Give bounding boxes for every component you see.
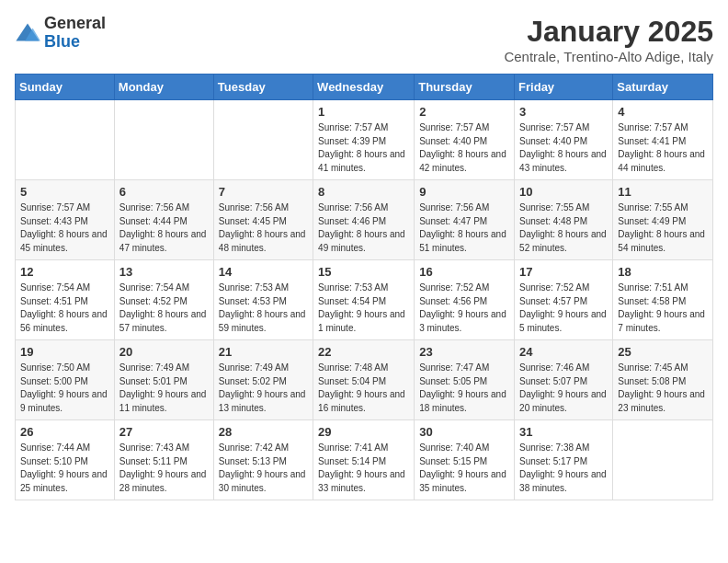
day-info: Sunrise: 7:42 AM Sunset: 5:13 PM Dayligh… — [219, 442, 308, 495]
day-number: 27 — [119, 425, 209, 439]
day-number: 23 — [419, 345, 509, 359]
calendar-cell: 14Sunrise: 7:53 AM Sunset: 4:53 PM Dayli… — [213, 260, 313, 340]
day-info: Sunrise: 7:45 AM Sunset: 5:08 PM Dayligh… — [618, 362, 708, 415]
calendar-cell: 28Sunrise: 7:42 AM Sunset: 5:13 PM Dayli… — [213, 420, 313, 500]
day-info: Sunrise: 7:55 AM Sunset: 4:49 PM Dayligh… — [618, 201, 708, 255]
logo-text: General Blue — [44, 15, 106, 52]
calendar-cell: 9Sunrise: 7:56 AM Sunset: 4:47 PM Daylig… — [415, 180, 515, 260]
day-info: Sunrise: 7:53 AM Sunset: 4:54 PM Dayligh… — [318, 282, 409, 335]
day-number: 17 — [519, 265, 608, 279]
weekday-header-row: SundayMondayTuesdayWednesdayThursdayFrid… — [16, 75, 713, 100]
day-number: 12 — [20, 265, 109, 279]
logo-icon — [15, 20, 40, 46]
day-info: Sunrise: 7:53 AM Sunset: 4:53 PM Dayligh… — [219, 282, 308, 335]
day-number: 16 — [419, 265, 509, 279]
calendar-cell: 7Sunrise: 7:56 AM Sunset: 4:45 PM Daylig… — [213, 180, 313, 260]
calendar-cell: 27Sunrise: 7:43 AM Sunset: 5:11 PM Dayli… — [114, 420, 213, 500]
calendar-week-row: 19Sunrise: 7:50 AM Sunset: 5:00 PM Dayli… — [16, 340, 713, 420]
calendar-cell — [16, 100, 115, 180]
calendar-cell: 18Sunrise: 7:51 AM Sunset: 4:58 PM Dayli… — [613, 260, 713, 340]
calendar-cell: 8Sunrise: 7:56 AM Sunset: 4:46 PM Daylig… — [313, 180, 415, 260]
day-info: Sunrise: 7:49 AM Sunset: 5:02 PM Dayligh… — [219, 362, 308, 415]
day-info: Sunrise: 7:44 AM Sunset: 5:10 PM Dayligh… — [20, 442, 109, 495]
calendar-cell: 30Sunrise: 7:40 AM Sunset: 5:15 PM Dayli… — [415, 420, 515, 500]
calendar-cell: 29Sunrise: 7:41 AM Sunset: 5:14 PM Dayli… — [313, 420, 415, 500]
day-info: Sunrise: 7:54 AM Sunset: 4:52 PM Dayligh… — [119, 282, 209, 335]
day-number: 4 — [618, 105, 708, 119]
day-info: Sunrise: 7:57 AM Sunset: 4:40 PM Dayligh… — [519, 121, 608, 175]
day-number: 1 — [318, 105, 409, 119]
day-number: 10 — [519, 185, 608, 199]
day-info: Sunrise: 7:51 AM Sunset: 4:58 PM Dayligh… — [618, 282, 708, 335]
day-number: 2 — [419, 105, 509, 119]
day-info: Sunrise: 7:48 AM Sunset: 5:04 PM Dayligh… — [318, 362, 409, 415]
day-info: Sunrise: 7:46 AM Sunset: 5:07 PM Dayligh… — [519, 362, 608, 415]
logo: General Blue — [15, 15, 106, 52]
day-number: 21 — [219, 345, 308, 359]
day-info: Sunrise: 7:56 AM Sunset: 4:45 PM Dayligh… — [219, 201, 308, 255]
day-number: 26 — [20, 425, 109, 439]
day-number: 14 — [219, 265, 308, 279]
calendar-cell: 1Sunrise: 7:57 AM Sunset: 4:39 PM Daylig… — [313, 100, 415, 180]
calendar-cell: 17Sunrise: 7:52 AM Sunset: 4:57 PM Dayli… — [515, 260, 613, 340]
day-info: Sunrise: 7:47 AM Sunset: 5:05 PM Dayligh… — [419, 362, 509, 415]
day-number: 9 — [419, 185, 509, 199]
day-info: Sunrise: 7:57 AM Sunset: 4:40 PM Dayligh… — [419, 121, 509, 175]
day-info: Sunrise: 7:50 AM Sunset: 5:00 PM Dayligh… — [20, 362, 109, 415]
calendar-week-row: 5Sunrise: 7:57 AM Sunset: 4:43 PM Daylig… — [16, 180, 713, 260]
calendar-cell: 26Sunrise: 7:44 AM Sunset: 5:10 PM Dayli… — [16, 420, 115, 500]
day-number: 28 — [219, 425, 308, 439]
day-info: Sunrise: 7:52 AM Sunset: 4:57 PM Dayligh… — [519, 282, 608, 335]
calendar-cell: 21Sunrise: 7:49 AM Sunset: 5:02 PM Dayli… — [213, 340, 313, 420]
calendar-cell: 15Sunrise: 7:53 AM Sunset: 4:54 PM Dayli… — [313, 260, 415, 340]
calendar-cell: 16Sunrise: 7:52 AM Sunset: 4:56 PM Dayli… — [415, 260, 515, 340]
day-info: Sunrise: 7:43 AM Sunset: 5:11 PM Dayligh… — [119, 442, 209, 495]
calendar-cell: 20Sunrise: 7:49 AM Sunset: 5:01 PM Dayli… — [114, 340, 213, 420]
day-info: Sunrise: 7:40 AM Sunset: 5:15 PM Dayligh… — [419, 442, 509, 495]
day-info: Sunrise: 7:52 AM Sunset: 4:56 PM Dayligh… — [419, 282, 509, 335]
weekday-header: Wednesday — [313, 75, 415, 100]
day-number: 24 — [519, 345, 608, 359]
day-number: 19 — [20, 345, 109, 359]
weekday-header: Thursday — [415, 75, 515, 100]
calendar-week-row: 1Sunrise: 7:57 AM Sunset: 4:39 PM Daylig… — [16, 100, 713, 180]
day-info: Sunrise: 7:49 AM Sunset: 5:01 PM Dayligh… — [119, 362, 209, 415]
day-info: Sunrise: 7:57 AM Sunset: 4:43 PM Dayligh… — [20, 201, 109, 255]
calendar-cell: 4Sunrise: 7:57 AM Sunset: 4:41 PM Daylig… — [613, 100, 713, 180]
weekday-header: Tuesday — [213, 75, 313, 100]
day-number: 20 — [119, 345, 209, 359]
day-number: 8 — [318, 185, 409, 199]
day-number: 31 — [519, 425, 608, 439]
day-number: 25 — [618, 345, 708, 359]
calendar-cell: 13Sunrise: 7:54 AM Sunset: 4:52 PM Dayli… — [114, 260, 213, 340]
calendar-week-row: 26Sunrise: 7:44 AM Sunset: 5:10 PM Dayli… — [16, 420, 713, 500]
calendar-cell — [114, 100, 213, 180]
logo-blue: Blue — [44, 32, 80, 51]
day-info: Sunrise: 7:41 AM Sunset: 5:14 PM Dayligh… — [318, 442, 409, 495]
calendar-cell — [613, 420, 713, 500]
calendar-cell: 31Sunrise: 7:38 AM Sunset: 5:17 PM Dayli… — [515, 420, 613, 500]
month-title: January 2025 — [504, 15, 713, 49]
page-header: General Blue January 2025 Centrale, Tren… — [15, 15, 713, 64]
day-info: Sunrise: 7:56 AM Sunset: 4:47 PM Dayligh… — [419, 201, 509, 255]
calendar-cell: 25Sunrise: 7:45 AM Sunset: 5:08 PM Dayli… — [613, 340, 713, 420]
calendar-cell: 23Sunrise: 7:47 AM Sunset: 5:05 PM Dayli… — [415, 340, 515, 420]
day-number: 5 — [20, 185, 109, 199]
calendar-cell: 6Sunrise: 7:56 AM Sunset: 4:44 PM Daylig… — [114, 180, 213, 260]
day-info: Sunrise: 7:56 AM Sunset: 4:46 PM Dayligh… — [318, 201, 409, 255]
calendar-cell: 22Sunrise: 7:48 AM Sunset: 5:04 PM Dayli… — [313, 340, 415, 420]
calendar-cell: 10Sunrise: 7:55 AM Sunset: 4:48 PM Dayli… — [515, 180, 613, 260]
day-info: Sunrise: 7:38 AM Sunset: 5:17 PM Dayligh… — [519, 442, 608, 495]
weekday-header: Friday — [515, 75, 613, 100]
logo-general: General — [44, 14, 106, 32]
weekday-header: Monday — [114, 75, 213, 100]
day-number: 3 — [519, 105, 608, 119]
day-number: 7 — [219, 185, 308, 199]
day-number: 15 — [318, 265, 409, 279]
calendar-cell: 5Sunrise: 7:57 AM Sunset: 4:43 PM Daylig… — [16, 180, 115, 260]
day-number: 18 — [618, 265, 708, 279]
day-info: Sunrise: 7:54 AM Sunset: 4:51 PM Dayligh… — [20, 282, 109, 335]
weekday-header: Saturday — [613, 75, 713, 100]
day-number: 11 — [618, 185, 708, 199]
calendar-cell: 19Sunrise: 7:50 AM Sunset: 5:00 PM Dayli… — [16, 340, 115, 420]
